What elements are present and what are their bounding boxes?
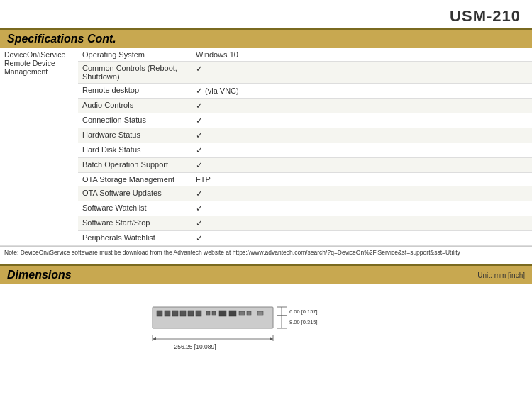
dimensions-section: Dimensions Unit: mm [inch] xyxy=(0,264,532,381)
svg-marker-25 xyxy=(153,337,156,340)
svg-rect-9 xyxy=(219,311,226,316)
value-cell: Windows 10 xyxy=(192,48,532,62)
svg-rect-0 xyxy=(153,307,273,328)
value-cell: ✓ xyxy=(192,158,532,173)
feature-cell: Common Controls (Reboot, Shutdown) xyxy=(78,62,192,84)
svg-rect-4 xyxy=(180,311,186,316)
feature-cell: Hardware Status xyxy=(78,128,192,143)
checkmark: ✓ xyxy=(196,116,203,125)
svg-marker-26 xyxy=(270,337,273,340)
specs-note: Note: DeviceOn/iService softeware must b… xyxy=(0,246,532,259)
value-cell: ✓ xyxy=(192,128,532,143)
svg-text:6.00 [0.157]: 6.00 [0.157] xyxy=(289,308,318,315)
svg-rect-13 xyxy=(257,311,263,315)
svg-rect-5 xyxy=(188,311,194,316)
dimensions-svg: 6.00 [0.157] 8.00 [0.315] 256.25 [10.089… xyxy=(117,300,415,364)
value-cell: ✓ (via VNC) xyxy=(192,84,532,99)
svg-rect-6 xyxy=(196,311,201,316)
checkmark: ✓ xyxy=(196,203,203,213)
value-cell: ✓ xyxy=(192,143,532,158)
svg-rect-2 xyxy=(165,311,170,316)
table-row: Common Controls (Reboot, Shutdown)✓ xyxy=(0,62,532,84)
checkmark: ✓ xyxy=(196,160,203,170)
checkmark: ✓ xyxy=(196,130,203,140)
table-row: Connection Status✓ xyxy=(0,113,532,128)
feature-cell: OTA Software Updates xyxy=(78,186,192,201)
feature-cell: OTA Storage Management xyxy=(78,173,192,186)
svg-rect-10 xyxy=(229,311,236,316)
table-row: Software Start/Stop✓ xyxy=(0,216,532,231)
svg-rect-7 xyxy=(206,311,210,315)
device-diagram-wrapper: 6.00 [0.157] 8.00 [0.315] 256.25 [10.089… xyxy=(117,300,415,365)
svg-rect-3 xyxy=(172,311,178,316)
feature-cell: Peripherals Watchlist xyxy=(78,231,192,246)
checkmark: ✓ xyxy=(196,86,203,96)
feature-cell: Software Start/Stop xyxy=(78,216,192,231)
checkmark: ✓ xyxy=(196,145,203,155)
checkmark: ✓ xyxy=(196,64,203,74)
specs-section-title: Specifications Cont. xyxy=(7,33,525,45)
dimensions-unit: Unit: mm [inch] xyxy=(477,272,525,279)
value-cell: ✓ xyxy=(192,62,532,84)
value-cell: ✓ xyxy=(192,99,532,113)
table-row: Hardware Status✓ xyxy=(0,128,532,143)
svg-rect-11 xyxy=(239,311,245,315)
checkmark: ✓ xyxy=(196,233,203,243)
feature-cell: Batch Operation Support xyxy=(78,158,192,173)
category-cell: DeviceOn/iService Remote Device Manageme… xyxy=(0,48,78,246)
svg-rect-12 xyxy=(247,311,251,315)
svg-text:256.25 [10.089]: 256.25 [10.089] xyxy=(174,343,216,350)
feature-cell: Audio Controls xyxy=(78,99,192,113)
dimensions-content: 6.00 [0.157] 8.00 [0.315] 256.25 [10.089… xyxy=(0,284,532,381)
header: USM-210 xyxy=(0,0,532,28)
value-cell: ✓ xyxy=(192,113,532,128)
table-row: OTA Storage ManagementFTP xyxy=(0,173,532,186)
checkmark: ✓ xyxy=(196,101,203,111)
table-row: Audio Controls✓ xyxy=(0,99,532,113)
feature-cell: Hard Disk Status xyxy=(78,143,192,158)
table-row: Remote desktop✓ (via VNC) xyxy=(0,84,532,99)
product-title: USM-210 xyxy=(450,7,521,26)
specs-section-bar: Specifications Cont. xyxy=(0,28,532,48)
table-row: Software Watchlist✓ xyxy=(0,201,532,216)
dimensions-bar: Dimensions Unit: mm [inch] xyxy=(0,266,532,284)
svg-rect-8 xyxy=(212,311,216,315)
specs-table: DeviceOn/iService Remote Device Manageme… xyxy=(0,48,532,246)
table-row: Peripherals Watchlist✓ xyxy=(0,231,532,246)
feature-cell: Connection Status xyxy=(78,113,192,128)
dimensions-title: Dimensions xyxy=(7,269,72,281)
feature-cell: Software Watchlist xyxy=(78,201,192,216)
table-row: DeviceOn/iService Remote Device Manageme… xyxy=(0,48,532,62)
checkmark: ✓ xyxy=(196,189,203,199)
svg-rect-1 xyxy=(157,311,162,316)
table-row: Batch Operation Support✓ xyxy=(0,158,532,173)
value-cell: FTP xyxy=(192,173,532,186)
svg-text:8.00 [0.315]: 8.00 [0.315] xyxy=(289,319,318,325)
value-cell: ✓ xyxy=(192,201,532,216)
value-cell: ✓ xyxy=(192,231,532,246)
feature-cell: Remote desktop xyxy=(78,84,192,99)
value-cell: ✓ xyxy=(192,186,532,201)
checkmark: ✓ xyxy=(196,218,203,228)
value-cell: ✓ xyxy=(192,216,532,231)
table-row: Hard Disk Status✓ xyxy=(0,143,532,158)
feature-cell: Operating System xyxy=(78,48,192,62)
table-row: OTA Software Updates✓ xyxy=(0,186,532,201)
